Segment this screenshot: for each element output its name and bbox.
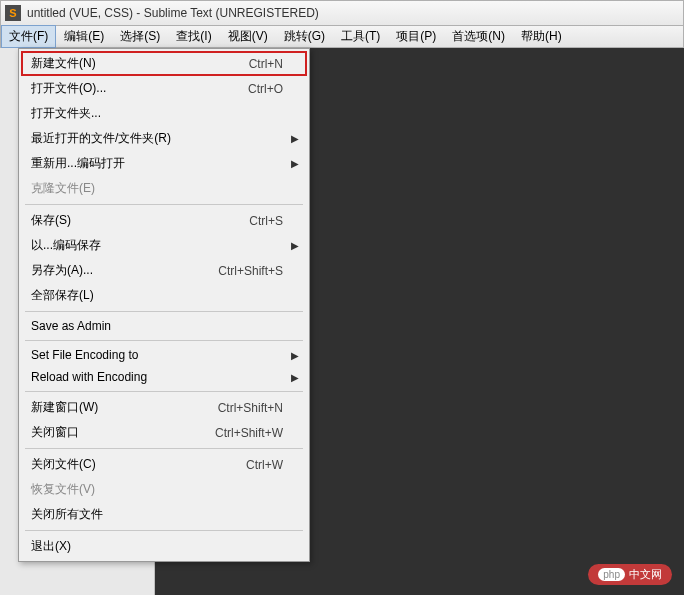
app-icon: S (5, 5, 21, 21)
watermark: php 中文网 (588, 564, 672, 585)
menu-entry-1[interactable]: 打开文件(O)...Ctrl+O (21, 76, 307, 101)
menu-entry-17[interactable]: 新建窗口(W)Ctrl+Shift+N (21, 395, 307, 420)
menu-entry-shortcut: Ctrl+Shift+S (218, 264, 283, 278)
menu-entry-4[interactable]: 重新用...编码打开▶ (21, 151, 307, 176)
menu-separator (25, 530, 303, 531)
menu-separator (25, 448, 303, 449)
menu-entry-label: Save as Admin (31, 319, 283, 333)
menu-entry-15[interactable]: Reload with Encoding▶ (21, 366, 307, 388)
menu-entry-9[interactable]: 另存为(A)...Ctrl+Shift+S (21, 258, 307, 283)
menu-separator (25, 391, 303, 392)
chevron-right-icon: ▶ (291, 158, 299, 169)
menu-entry-3[interactable]: 最近打开的文件/文件夹(R)▶ (21, 126, 307, 151)
menu-entry-24[interactable]: 退出(X) (21, 534, 307, 559)
menu-entry-label: Reload with Encoding (31, 370, 283, 384)
menu-entry-10[interactable]: 全部保存(L) (21, 283, 307, 308)
menu-item-7[interactable]: 项目(P) (388, 25, 444, 48)
menu-entry-label: 全部保存(L) (31, 287, 283, 304)
menu-item-4[interactable]: 视图(V) (220, 25, 276, 48)
menu-entry-5: 克隆文件(E) (21, 176, 307, 201)
menu-entry-7[interactable]: 保存(S)Ctrl+S (21, 208, 307, 233)
menu-entry-label: 关闭窗口 (31, 424, 195, 441)
menu-item-3[interactable]: 查找(I) (168, 25, 219, 48)
file-menu-dropdown: 新建文件(N)Ctrl+N打开文件(O)...Ctrl+O打开文件夹...最近打… (18, 48, 310, 562)
chevron-right-icon: ▶ (291, 133, 299, 144)
menu-entry-label: 重新用...编码打开 (31, 155, 283, 172)
menu-separator (25, 204, 303, 205)
chevron-right-icon: ▶ (291, 350, 299, 361)
menu-entry-label: 打开文件(O)... (31, 80, 228, 97)
menu-item-5[interactable]: 跳转(G) (276, 25, 333, 48)
watermark-text: 中文网 (629, 567, 662, 582)
menu-entry-label: 打开文件夹... (31, 105, 283, 122)
menu-entry-shortcut: Ctrl+W (246, 458, 283, 472)
chevron-right-icon: ▶ (291, 240, 299, 251)
menu-entry-label: Set File Encoding to (31, 348, 283, 362)
menu-entry-0[interactable]: 新建文件(N)Ctrl+N (21, 51, 307, 76)
menu-item-1[interactable]: 编辑(E) (56, 25, 112, 48)
menu-separator (25, 340, 303, 341)
menu-entry-shortcut: Ctrl+Shift+N (218, 401, 283, 415)
menu-entry-label: 恢复文件(V) (31, 481, 283, 498)
menu-item-2[interactable]: 选择(S) (112, 25, 168, 48)
menu-entry-shortcut: Ctrl+S (249, 214, 283, 228)
menu-entry-shortcut: Ctrl+N (249, 57, 283, 71)
menu-entry-2[interactable]: 打开文件夹... (21, 101, 307, 126)
menu-entry-label: 退出(X) (31, 538, 283, 555)
menu-entry-label: 新建窗口(W) (31, 399, 198, 416)
menu-entry-label: 关闭所有文件 (31, 506, 283, 523)
title-bar: S untitled (VUE, CSS) - Sublime Text (UN… (0, 0, 684, 26)
menu-entry-label: 关闭文件(C) (31, 456, 226, 473)
menu-item-8[interactable]: 首选项(N) (444, 25, 513, 48)
menu-entry-12[interactable]: Save as Admin (21, 315, 307, 337)
menu-entry-label: 以...编码保存 (31, 237, 283, 254)
menu-entry-label: 最近打开的文件/文件夹(R) (31, 130, 283, 147)
menu-entry-shortcut: Ctrl+Shift+W (215, 426, 283, 440)
menu-entry-20[interactable]: 关闭文件(C)Ctrl+W (21, 452, 307, 477)
menu-entry-18[interactable]: 关闭窗口Ctrl+Shift+W (21, 420, 307, 445)
menu-item-9[interactable]: 帮助(H) (513, 25, 570, 48)
menu-bar: 文件(F)编辑(E)选择(S)查找(I)视图(V)跳转(G)工具(T)项目(P)… (0, 26, 684, 48)
menu-entry-label: 保存(S) (31, 212, 229, 229)
menu-entry-label: 新建文件(N) (31, 55, 229, 72)
chevron-right-icon: ▶ (291, 372, 299, 383)
watermark-prefix: php (598, 568, 625, 581)
menu-separator (25, 311, 303, 312)
menu-entry-14[interactable]: Set File Encoding to▶ (21, 344, 307, 366)
menu-entry-label: 克隆文件(E) (31, 180, 283, 197)
menu-entry-22[interactable]: 关闭所有文件 (21, 502, 307, 527)
menu-entry-shortcut: Ctrl+O (248, 82, 283, 96)
window-title: untitled (VUE, CSS) - Sublime Text (UNRE… (27, 6, 319, 20)
menu-item-0[interactable]: 文件(F) (1, 25, 56, 48)
menu-entry-label: 另存为(A)... (31, 262, 198, 279)
menu-entry-21: 恢复文件(V) (21, 477, 307, 502)
menu-item-6[interactable]: 工具(T) (333, 25, 388, 48)
menu-entry-8[interactable]: 以...编码保存▶ (21, 233, 307, 258)
